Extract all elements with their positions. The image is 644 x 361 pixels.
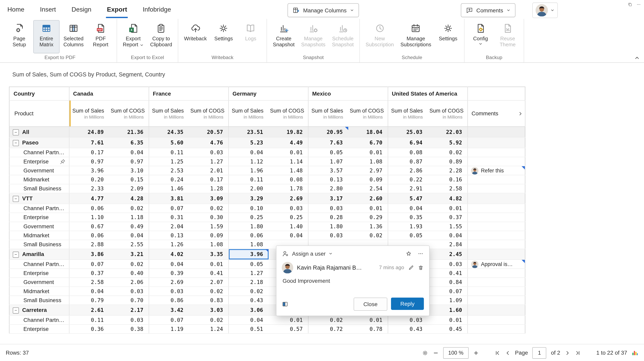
matrix-cell[interactable]: 20.57 — [189, 127, 229, 137]
reply-button[interactable]: Reply — [391, 298, 424, 310]
matrix-cell[interactable]: 0.06 — [69, 204, 109, 213]
matrix-cell[interactable]: 0.78 — [348, 325, 388, 334]
matrix-cell[interactable]: 0.17 — [189, 175, 229, 184]
row-label[interactable]: −Carretera — [9, 305, 69, 315]
matrix-cell[interactable]: 1.78 — [268, 184, 308, 193]
matrix-cell[interactable]: 1.14 — [268, 157, 308, 166]
user-menu[interactable] — [532, 2, 558, 18]
page-input[interactable]: 1 — [532, 347, 546, 359]
row-label[interactable]: −All — [9, 127, 69, 137]
matrix-cell[interactable]: 0.36 — [69, 325, 109, 334]
matrix-cell[interactable]: 5.92 — [428, 137, 468, 148]
matrix-cell[interactable]: 0.09 — [189, 231, 229, 240]
matrix-cell[interactable]: 0.39 — [149, 269, 189, 278]
matrix-cell[interactable]: 0.01 — [348, 316, 388, 325]
comment-cell[interactable] — [468, 325, 525, 334]
matrix-cell[interactable]: 0.01 — [189, 260, 229, 269]
matrix-cell[interactable]: 1.40 — [268, 222, 308, 231]
matrix-cell[interactable]: 0.49 — [109, 222, 149, 231]
matrix-cell[interactable]: 2.69 — [268, 193, 308, 204]
matrix-cell[interactable]: 5.60 — [149, 137, 189, 148]
comment-cell[interactable] — [468, 137, 525, 148]
writeback-button[interactable]: Writeback — [181, 20, 210, 53]
matrix-cell[interactable]: 0.31 — [149, 213, 189, 222]
matrix-cell[interactable]: 2.07 — [189, 278, 229, 287]
collapse-toggle-icon[interactable]: − — [13, 140, 19, 146]
matrix-cell[interactable]: 0.41 — [428, 269, 468, 278]
row-label[interactable]: Channel Partn… — [9, 204, 69, 213]
matrix-cell[interactable]: 0.86 — [149, 296, 189, 305]
matrix-cell[interactable]: 0.05 — [308, 148, 348, 157]
comment-cell[interactable] — [468, 204, 525, 213]
comment-cell[interactable] — [468, 213, 525, 222]
row-label[interactable]: Midmarket — [9, 287, 69, 296]
matrix-cell[interactable]: 1.27 — [229, 269, 268, 278]
edit-pencil-icon[interactable] — [408, 265, 414, 271]
cogs-measure-header[interactable]: Sum of COGSin Millions — [109, 100, 149, 127]
close-button[interactable]: Close — [354, 298, 388, 311]
matrix-cell[interactable]: 0.11 — [229, 175, 268, 184]
row-label[interactable]: −Amarilla — [9, 249, 69, 259]
matrix-cell[interactable]: 1.09 — [428, 296, 468, 305]
matrix-cell[interactable]: 0.38 — [109, 325, 149, 334]
cogs-measure-header[interactable]: Sum of COGSin Millions — [428, 100, 468, 127]
zoom-in-icon[interactable] — [473, 350, 479, 356]
matrix-cell[interactable]: 2.33 — [69, 184, 109, 193]
matrix-cell[interactable]: 0.01 — [428, 204, 468, 213]
matrix-cell[interactable]: 0.11 — [149, 148, 189, 157]
matrix-cell[interactable]: 2.04 — [149, 222, 189, 231]
sales-measure-header[interactable]: Sum of Salesin Millions — [69, 100, 109, 127]
display-settings-gear-icon[interactable] — [422, 350, 428, 356]
matrix-cell[interactable]: 0.43 — [229, 296, 268, 305]
matrix-cell[interactable]: 0.84 — [428, 278, 468, 287]
matrix-cell[interactable]: 0.03 — [388, 316, 428, 325]
matrix-cell[interactable]: 0.03 — [149, 287, 189, 296]
matrix-cell[interactable]: 0.79 — [69, 296, 109, 305]
country-header[interactable]: Germany — [229, 87, 308, 100]
matrix-cell[interactable]: 4.02 — [149, 249, 189, 259]
copy-to-clipboard-button[interactable]: Copy toClipboard — [147, 20, 175, 53]
tab-export[interactable]: Export — [106, 1, 128, 18]
entire-matrix-button[interactable]: EntireMatrix — [33, 20, 60, 53]
matrix-cell[interactable]: 0.02 — [189, 204, 229, 213]
row-label[interactable]: −VTT — [9, 193, 69, 204]
row-label[interactable]: Government — [9, 166, 69, 175]
comment-cell[interactable] — [468, 278, 525, 287]
matrix-cell[interactable]: 0.13 — [149, 231, 189, 240]
more-options-icon[interactable] — [636, 2, 641, 7]
matrix-cell[interactable]: 3.29 — [229, 193, 268, 204]
matrix-cell[interactable]: 0.03 — [308, 204, 348, 213]
matrix-cell[interactable]: 0.03 — [268, 204, 308, 213]
matrix-cell[interactable]: 2.58 — [69, 278, 109, 287]
prev-page-icon[interactable] — [505, 350, 510, 356]
tab-design[interactable]: Design — [71, 1, 92, 18]
matrix-cell[interactable]: 1.08 — [229, 240, 268, 249]
matrix-cell[interactable]: 2.54 — [348, 184, 388, 193]
matrix-cell[interactable]: 0.05 — [388, 231, 428, 240]
matrix-cell[interactable]: 3.06 — [229, 305, 268, 315]
matrix-cell[interactable]: 2.69 — [149, 278, 189, 287]
matrix-cell[interactable]: 0.09 — [348, 175, 388, 184]
matrix-cell[interactable]: 0.06 — [69, 231, 109, 240]
comments-button[interactable]: Comments — [461, 3, 516, 17]
matrix-cell[interactable]: 0.04 — [109, 148, 149, 157]
matrix-cell[interactable]: 2.53 — [149, 166, 189, 175]
row-label[interactable]: −Paseo — [9, 137, 69, 148]
comment-cell[interactable] — [468, 193, 525, 204]
comment-cell[interactable] — [468, 316, 525, 325]
row-label[interactable]: Government — [9, 222, 69, 231]
matrix-cell[interactable]: 0.02 — [229, 287, 268, 296]
row-label[interactable]: Channel Partn… — [9, 316, 69, 325]
row-label[interactable]: Enterprise — [9, 269, 69, 278]
matrix-cell[interactable]: 0.04 — [149, 260, 189, 269]
config-button[interactable]: Config — [468, 20, 494, 53]
matrix-cell[interactable]: 0.02 — [109, 204, 149, 213]
matrix-cell[interactable]: 2.45 — [428, 249, 468, 259]
matrix-cell[interactable]: 5.23 — [229, 137, 268, 148]
matrix-cell[interactable]: 0.72 — [308, 325, 348, 334]
collapse-toggle-icon[interactable]: − — [13, 307, 19, 314]
country-header[interactable]: Canada — [69, 87, 149, 100]
copy-visual-icon[interactable] — [628, 2, 632, 7]
matrix-cell[interactable]: 0.11 — [69, 316, 109, 325]
matrix-cell[interactable]: 2.60 — [348, 193, 388, 204]
